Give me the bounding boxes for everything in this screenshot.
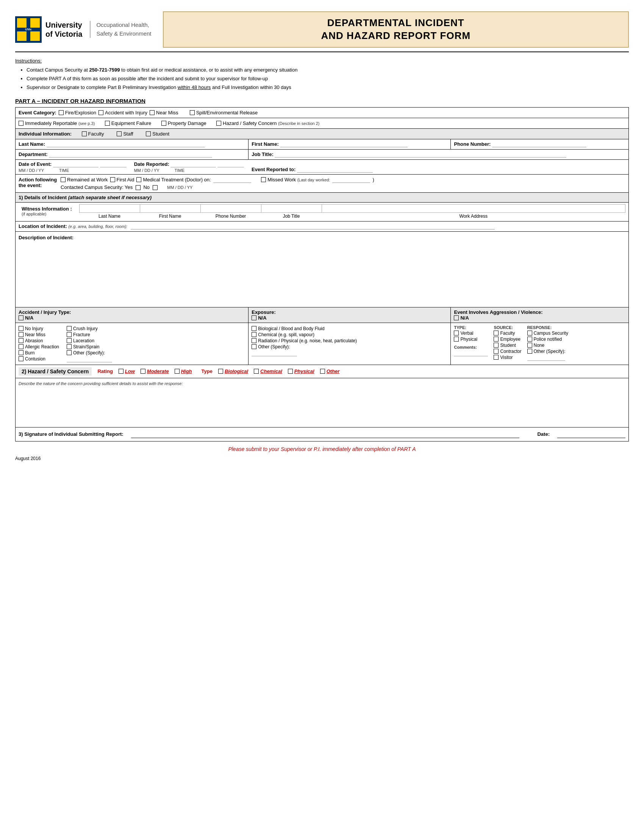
immediately-reportable-checkbox[interactable] xyxy=(19,121,24,126)
faculty-option[interactable]: Faculty xyxy=(82,131,104,137)
witness-phone-input[interactable] xyxy=(203,206,259,211)
contusion-checkbox[interactable] xyxy=(19,356,24,361)
none-response-option[interactable]: None xyxy=(527,343,568,348)
fracture-checkbox[interactable] xyxy=(67,332,72,337)
source-visitor-checkbox[interactable] xyxy=(494,355,499,360)
near-miss2-option[interactable]: Near Miss xyxy=(19,332,59,338)
hazard-safety-option[interactable]: Hazard / Safety Concern (Describe in sec… xyxy=(216,121,319,126)
staff-option[interactable]: Staff xyxy=(117,131,134,137)
source-visitor-option[interactable]: Visitor xyxy=(494,355,521,360)
remained-at-work-option[interactable]: Remained at Work xyxy=(61,177,108,182)
spill-checkbox[interactable] xyxy=(190,110,195,115)
first-aid-checkbox[interactable] xyxy=(110,177,115,182)
contusion-option[interactable]: Contusion xyxy=(19,356,59,362)
chemical-type-option[interactable]: Chemical xyxy=(254,368,282,374)
radiation-option[interactable]: Radiation / Physical (e.g. noise, heat, … xyxy=(251,338,448,343)
accident-injury-checkbox[interactable] xyxy=(98,110,103,115)
biological-checkbox[interactable] xyxy=(251,326,256,331)
witness-job-title-input[interactable] xyxy=(264,206,319,211)
near-miss-checkbox[interactable] xyxy=(150,110,155,115)
witness-address-input[interactable] xyxy=(324,206,623,211)
radiation-checkbox[interactable] xyxy=(251,338,256,343)
phone-number-input[interactable] xyxy=(492,141,586,147)
student-option[interactable]: Student xyxy=(146,131,169,137)
near-miss2-checkbox[interactable] xyxy=(19,332,24,337)
high-rating-option[interactable]: High xyxy=(175,368,192,374)
physical-type-checkbox[interactable] xyxy=(288,369,293,374)
allergic-reaction-checkbox[interactable] xyxy=(19,344,24,349)
witness-first-name-input[interactable] xyxy=(142,206,198,211)
hazard-safety-checkbox[interactable] xyxy=(216,121,221,126)
strain-sprain-checkbox[interactable] xyxy=(67,344,72,349)
witness-phone-input-cell[interactable] xyxy=(200,204,261,212)
abrasion-checkbox[interactable] xyxy=(19,338,24,343)
fracture-option[interactable]: Fracture xyxy=(67,332,112,338)
location-input[interactable] xyxy=(131,224,495,230)
equipment-failure-option[interactable]: Equipment Failure xyxy=(105,121,151,126)
other-specify-exposure-checkbox[interactable] xyxy=(251,344,256,349)
aggression-na-checkbox[interactable] xyxy=(454,315,459,320)
exposure-na-option[interactable]: N/A xyxy=(251,315,448,321)
physical-type-option[interactable]: Physical xyxy=(288,368,314,374)
campus-security-response-option[interactable]: Campus Security xyxy=(527,331,568,336)
laceration-option[interactable]: Laceration xyxy=(67,338,112,343)
missed-work-checkbox[interactable] xyxy=(261,177,266,182)
police-notified-checkbox[interactable] xyxy=(527,337,532,341)
chemical-option[interactable]: Chemical (e.g. spill, vapour) xyxy=(251,332,448,338)
staff-checkbox[interactable] xyxy=(117,131,122,136)
faculty-checkbox[interactable] xyxy=(82,131,87,136)
laceration-checkbox[interactable] xyxy=(67,338,72,343)
biological-type-checkbox[interactable] xyxy=(218,369,223,374)
first-name-input[interactable] xyxy=(280,141,407,147)
fire-explosion-option[interactable]: Fire/Explosion xyxy=(59,110,96,116)
other-type-checkbox[interactable] xyxy=(320,369,325,374)
police-notified-option[interactable]: Police notified xyxy=(527,337,568,342)
source-student-option[interactable]: Student xyxy=(494,343,521,348)
other-specify-exposure-option[interactable]: Other (Specify): xyxy=(251,344,448,349)
source-faculty-option[interactable]: Faculty xyxy=(494,331,521,336)
no-checkbox[interactable] xyxy=(153,185,158,190)
missed-work-option[interactable]: Missed Work (Last day worked: xyxy=(261,177,330,182)
immediately-reportable-option[interactable]: Immediately Reportable (see p.3) xyxy=(19,121,95,126)
source-faculty-checkbox[interactable] xyxy=(494,331,499,336)
chemical-checkbox[interactable] xyxy=(251,332,256,337)
aggression-na-option[interactable]: N/A xyxy=(454,315,625,321)
medical-treatment-date-input[interactable] xyxy=(213,177,251,183)
first-aid-option[interactable]: First Aid xyxy=(110,177,134,182)
witness-jobtitle-input-cell[interactable] xyxy=(261,204,322,212)
witness-address-input-cell[interactable] xyxy=(322,204,625,212)
department-input[interactable] xyxy=(49,151,212,158)
crush-injury-checkbox[interactable] xyxy=(67,326,72,331)
job-title-input[interactable] xyxy=(275,151,566,158)
moderate-rating-option[interactable]: Moderate xyxy=(140,368,169,374)
property-damage-option[interactable]: Property Damage xyxy=(161,121,206,126)
other-specify-response-option[interactable]: Other (Specify): xyxy=(527,349,568,354)
section2-description-textarea[interactable] xyxy=(19,386,625,420)
injury-na-option[interactable]: N/A xyxy=(19,315,245,321)
burn-option[interactable]: Burn xyxy=(19,350,59,355)
verbal-option[interactable]: Verbal xyxy=(454,331,488,336)
biological-option[interactable]: Biological / Blood and Body Fluid xyxy=(251,326,448,331)
near-miss-option[interactable]: Near Miss xyxy=(150,110,179,116)
exposure-na-checkbox[interactable] xyxy=(251,315,256,320)
source-student-checkbox[interactable] xyxy=(494,343,499,347)
source-contractor-checkbox[interactable] xyxy=(494,349,499,354)
time-reported-input[interactable] xyxy=(217,161,244,167)
date-reported-input[interactable] xyxy=(171,161,216,167)
other-specify-injury-option[interactable]: Other (Specify): xyxy=(67,350,112,355)
no-injury-checkbox[interactable] xyxy=(19,326,24,331)
fire-explosion-checkbox[interactable] xyxy=(59,110,64,115)
physical-checkbox[interactable] xyxy=(454,337,459,341)
yes-checkbox[interactable] xyxy=(135,185,140,190)
abrasion-option[interactable]: Abrasion xyxy=(19,338,59,343)
burn-checkbox[interactable] xyxy=(19,350,24,355)
missed-work-date-input[interactable] xyxy=(332,177,370,183)
biological-type-option[interactable]: Biological xyxy=(218,368,248,374)
crush-injury-option[interactable]: Crush Injury xyxy=(67,326,112,331)
medical-treatment-option[interactable]: Medical Treatment (Doctor) on: xyxy=(136,177,211,182)
other-specify-injury-checkbox[interactable] xyxy=(67,350,72,355)
accident-injury-option[interactable]: Accident with Injury xyxy=(98,110,147,116)
other-type-option[interactable]: Other xyxy=(320,368,340,374)
low-rating-option[interactable]: Low xyxy=(119,368,135,374)
time-of-event-input[interactable] xyxy=(100,161,127,167)
